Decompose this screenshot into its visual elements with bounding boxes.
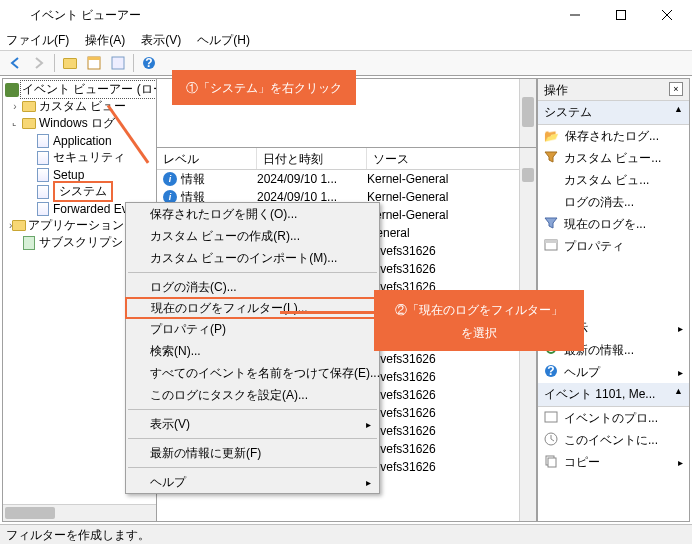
task-icon (544, 432, 558, 449)
help-icon: ? (544, 364, 558, 381)
log-icon (35, 133, 51, 149)
tree-custom-views[interactable]: › カスタム ビュー (5, 98, 154, 115)
ctx-view[interactable]: 表示(V) (126, 413, 379, 435)
tree-windows-logs[interactable]: ⌄ Windows ログ (5, 115, 154, 132)
callout-2: ②「現在のログをフィルター」を選択 (374, 290, 584, 351)
ctx-attach-task[interactable]: このログにタスクを設定(A)... (126, 384, 379, 406)
ctx-save-all[interactable]: すべてのイベントを名前をつけて保存(E)... (126, 362, 379, 384)
action-properties[interactable]: プロパティ (538, 235, 689, 257)
ctx-refresh[interactable]: 最新の情報に更新(F) (126, 442, 379, 464)
folder-icon (21, 99, 37, 115)
menu-help[interactable]: ヘルプ(H) (195, 32, 252, 49)
action-help[interactable]: ?ヘルプ (538, 361, 689, 383)
ctx-properties[interactable]: プロパティ(P) (126, 318, 379, 340)
actions-close-icon[interactable]: × (669, 82, 683, 96)
properties-icon (544, 410, 558, 427)
action-this-event[interactable]: このイベントに... (538, 429, 689, 451)
window-title: イベント ビューアー (30, 7, 552, 24)
back-button[interactable] (4, 52, 26, 74)
toolbar-icon-3[interactable] (107, 52, 129, 74)
funnel-icon (544, 216, 558, 233)
minimize-button[interactable] (552, 0, 598, 30)
maximize-button[interactable] (598, 0, 644, 30)
menu-view[interactable]: 表示(V) (139, 32, 183, 49)
action-copy[interactable]: コピー (538, 451, 689, 473)
col-datetime[interactable]: 日付と時刻 (257, 148, 367, 169)
svg-rect-1 (617, 11, 626, 20)
folder-icon (12, 218, 26, 234)
log-icon (35, 184, 51, 200)
action-event-props[interactable]: イベントのプロ... (538, 407, 689, 429)
event-viewer-icon (5, 82, 19, 98)
ctx-import-custom[interactable]: カスタム ビューのインポート(M)... (126, 247, 379, 269)
log-icon (35, 167, 51, 183)
toolbar-icon-2[interactable] (83, 52, 105, 74)
action-custom-view[interactable]: カスタム ビュー... (538, 147, 689, 169)
action-custom-view-import[interactable]: カスタム ビュ... (538, 169, 689, 191)
ctx-find[interactable]: 検索(N)... (126, 340, 379, 362)
svg-text:?: ? (145, 56, 152, 70)
svg-rect-5 (88, 57, 100, 60)
context-menu: 保存されたログを開く(O)... カスタム ビューの作成(R)... カスタム … (125, 202, 380, 494)
tree-system[interactable]: システム (5, 183, 154, 200)
log-icon (35, 201, 51, 217)
callout-1: ①「システム」を右クリック (172, 70, 356, 105)
svg-rect-6 (112, 57, 124, 69)
action-clear-log[interactable]: ログの消去... (538, 191, 689, 213)
ctx-open-saved[interactable]: 保存されたログを開く(O)... (126, 203, 379, 225)
svg-rect-13 (545, 412, 557, 422)
title-bar: イベント ビューアー (0, 0, 692, 30)
copy-icon (544, 454, 558, 471)
ctx-create-custom[interactable]: カスタム ビューの作成(R)... (126, 225, 379, 247)
menu-action[interactable]: 操作(A) (83, 32, 127, 49)
close-button[interactable] (644, 0, 690, 30)
status-bar: フィルターを作成します。 (0, 524, 692, 544)
toolbar-icon-1[interactable] (59, 52, 81, 74)
svg-rect-10 (545, 240, 557, 243)
svg-text:?: ? (547, 364, 554, 378)
info-icon: i (163, 172, 177, 186)
action-filter-current[interactable]: 現在のログを... (538, 213, 689, 235)
col-source[interactable]: ソース (367, 148, 536, 169)
actions-group-event: イベント 1101, Me...▲ (538, 383, 689, 407)
svg-rect-16 (548, 458, 556, 467)
ctx-filter-current[interactable]: 現在のログをフィルター(L)... (125, 297, 380, 319)
toolbar-help-icon[interactable]: ? (138, 52, 160, 74)
tree-root[interactable]: イベント ビューアー (ローカル) (5, 81, 154, 98)
ctx-clear-log[interactable]: ログの消去(C)... (126, 276, 379, 298)
col-level[interactable]: レベル (157, 148, 257, 169)
log-icon (35, 150, 51, 166)
callout-line-2 (280, 311, 375, 314)
funnel-icon (544, 150, 558, 167)
subscription-icon (21, 235, 37, 251)
menu-bar: ファイル(F) 操作(A) 表示(V) ヘルプ(H) (0, 30, 692, 50)
tree-scrollbar[interactable] (3, 504, 156, 521)
table-row[interactable]: i情報2024/09/10 1...Kernel-General (157, 170, 536, 188)
header-scrollbar[interactable] (519, 79, 536, 147)
actions-header: 操作 (544, 82, 568, 97)
app-icon (8, 7, 24, 23)
action-open-saved[interactable]: 📂保存されたログ... (538, 125, 689, 147)
status-text: フィルターを作成します。 (6, 528, 150, 542)
actions-group-system: システム▲ (538, 101, 689, 125)
forward-button[interactable] (28, 52, 50, 74)
ctx-help[interactable]: ヘルプ (126, 471, 379, 493)
menu-file[interactable]: ファイル(F) (4, 32, 71, 49)
properties-icon (544, 238, 558, 255)
tree-security[interactable]: セキュリティ (5, 149, 154, 166)
listview-header[interactable]: レベル 日付と時刻 ソース (157, 148, 536, 170)
folder-open-icon: 📂 (544, 129, 559, 143)
